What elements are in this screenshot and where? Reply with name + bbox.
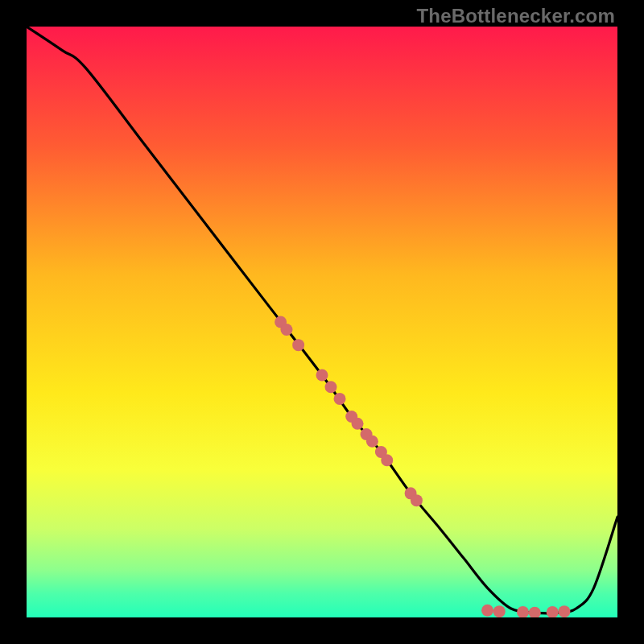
plot-area [27,27,617,617]
data-marker [292,339,304,351]
chart-stage: TheBottlenecker.com [0,0,644,644]
data-marker [558,605,570,617]
data-marker [334,393,346,405]
data-marker [493,605,506,617]
bottleneck-curve [27,27,617,613]
curve-layer [27,27,617,617]
watermark-text: TheBottlenecker.com [416,5,615,27]
curve-markers [275,316,570,618]
data-marker [529,607,541,617]
data-marker [352,418,364,430]
data-marker [517,606,529,617]
data-marker [316,369,328,382]
data-marker [280,324,292,336]
data-marker [366,436,378,448]
data-marker [381,454,393,466]
data-marker [325,381,337,393]
data-marker [481,605,493,617]
data-marker [411,494,423,506]
data-marker [547,606,559,617]
